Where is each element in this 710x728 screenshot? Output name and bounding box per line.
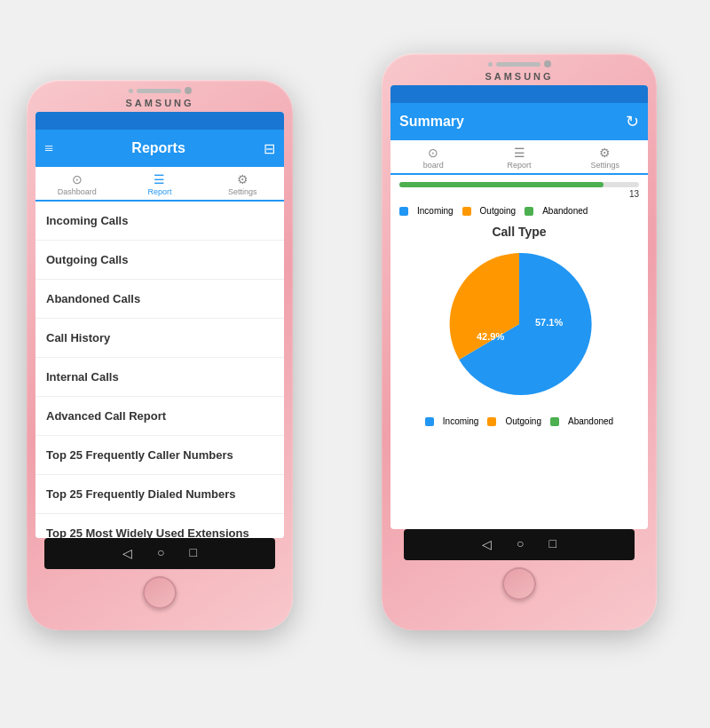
home-circle-2[interactable] xyxy=(502,567,536,600)
sensor-dot-2 xyxy=(488,62,493,67)
tab-dashboard-2[interactable]: ⊙ board xyxy=(390,140,477,175)
incoming-dot-b xyxy=(425,417,434,426)
abandoned-label: Abandoned xyxy=(542,206,588,216)
status-bar-2 xyxy=(390,85,648,103)
incoming-label-b: Incoming xyxy=(443,416,479,426)
phone-1: SAMSUNG ≡ Reports ⊟ ⊙ Dashboard ☰ Report xyxy=(27,80,293,630)
abandoned-dot xyxy=(525,207,533,216)
tab-dashboard-label-1: Dashboard xyxy=(58,187,97,196)
phone-2: SAMSUNG Summary ↻ ⊙ board ☰ Report xyxy=(382,53,657,630)
list-item[interactable]: Internal Calls xyxy=(36,358,284,397)
call-type-title: Call Type xyxy=(399,225,639,239)
list-item[interactable]: Call History xyxy=(36,319,284,358)
app-header-1: ≡ Reports ⊟ xyxy=(36,130,284,167)
tab-report-label-2: Report xyxy=(508,161,532,170)
scene: SAMSUNG ≡ Reports ⊟ ⊙ Dashboard ☰ Report xyxy=(0,0,710,728)
outgoing-label: Outgoing xyxy=(480,206,517,216)
tab-bar-1: ⊙ Dashboard ☰ Report ⚙ Settings xyxy=(36,167,284,202)
hamburger-icon[interactable]: ≡ xyxy=(44,139,53,158)
tab-dashboard-label-2: board xyxy=(423,161,444,170)
phone1-screen: ≡ Reports ⊟ ⊙ Dashboard ☰ Report ⚙ Setti… xyxy=(36,112,284,538)
tab-settings-label-2: Settings xyxy=(590,161,619,170)
list-item[interactable]: Top 25 Frequently Dialed Numbers xyxy=(36,475,284,514)
app-title-1: Reports xyxy=(131,140,185,156)
tab-settings-2[interactable]: ⚙ Settings xyxy=(562,140,648,175)
list-item[interactable]: Outgoing Calls xyxy=(36,241,284,280)
home-button-2[interactable]: ○ xyxy=(517,537,524,551)
list-item[interactable]: Top 25 Frequently Caller Numbers xyxy=(36,436,284,475)
summary-title: Summary xyxy=(399,114,464,130)
brand-1: SAMSUNG xyxy=(44,98,275,108)
status-bar-1 xyxy=(36,112,284,130)
back-button-1[interactable]: ◁ xyxy=(122,546,132,561)
home-circle-1[interactable] xyxy=(143,576,177,609)
outgoing-label-b: Outgoing xyxy=(505,416,541,426)
phone2-screen: Summary ↻ ⊙ board ☰ Report ⚙ Settings xyxy=(390,85,648,529)
home-button-1[interactable]: ○ xyxy=(157,546,164,560)
tab-dashboard-1[interactable]: ⊙ Dashboard xyxy=(36,167,118,202)
list-item[interactable]: Top 25 Most Widely Used Extensions xyxy=(36,514,284,538)
bottom-bar-2: ◁ ○ □ xyxy=(404,529,635,560)
nav-buttons-2: ◁ ○ □ xyxy=(482,537,556,552)
sensor-dot xyxy=(129,89,133,93)
dashboard-icon-2: ⊙ xyxy=(428,146,438,160)
report-list: Incoming Calls Outgoing Calls Abandoned … xyxy=(36,202,284,538)
progress-track xyxy=(399,182,639,187)
speaker xyxy=(137,89,181,93)
legend-bottom: Incoming Outgoing Abandoned xyxy=(390,413,648,431)
phone2-bottom: ◁ ○ □ xyxy=(382,529,657,600)
camera xyxy=(185,87,192,94)
outgoing-dot xyxy=(462,207,471,216)
speaker-2 xyxy=(496,62,540,67)
bottom-bar-1: ◁ ○ □ xyxy=(44,538,275,569)
abandoned-label-b: Abandoned xyxy=(568,416,613,426)
outgoing-dot-b xyxy=(487,417,496,426)
recents-button-1[interactable]: □ xyxy=(190,546,197,560)
tab-report-2[interactable]: ☰ Report xyxy=(477,140,563,175)
list-item[interactable]: Abandoned Calls xyxy=(36,280,284,319)
dashboard-tab-icon: ⊙ xyxy=(72,172,83,186)
camera-2 xyxy=(544,60,551,67)
back-button-2[interactable]: ◁ xyxy=(482,537,492,552)
settings-tab-icon: ⚙ xyxy=(237,172,248,186)
tab-report-label-1: Report xyxy=(147,187,171,196)
refresh-icon[interactable]: ↻ xyxy=(626,112,639,131)
filter-icon[interactable]: ⊟ xyxy=(264,140,275,157)
list-item[interactable]: Incoming Calls xyxy=(36,202,284,241)
report-icon-2: ☰ xyxy=(514,146,525,160)
progress-area: 13 xyxy=(390,175,648,202)
abandoned-dot-b xyxy=(550,417,559,426)
pie-chart: 57.1% 42.9% xyxy=(430,244,608,404)
brand-2: SAMSUNG xyxy=(399,71,639,82)
recents-button-2[interactable]: □ xyxy=(549,537,556,551)
tab-bar-2: ⊙ board ☰ Report ⚙ Settings xyxy=(390,140,648,175)
incoming-pct-label: 57.1% xyxy=(535,317,563,328)
tab-settings-1[interactable]: ⚙ Settings xyxy=(201,167,284,202)
incoming-dot xyxy=(399,207,408,216)
settings-icon-2: ⚙ xyxy=(599,146,611,160)
nav-buttons-1: ◁ ○ □ xyxy=(122,546,197,561)
tab-report-1[interactable]: ☰ Report xyxy=(118,167,201,202)
outgoing-pct-label: 42.9% xyxy=(477,331,504,342)
summary-header: Summary ↻ xyxy=(390,103,648,140)
incoming-label: Incoming xyxy=(417,206,454,216)
progress-fill xyxy=(399,182,604,187)
call-type-section: Call Type xyxy=(390,219,648,413)
list-item[interactable]: Advanced Call Report xyxy=(36,397,284,436)
progress-label: 13 xyxy=(399,189,639,199)
phone1-bottom: ◁ ○ □ xyxy=(27,538,293,609)
report-tab-icon: ☰ xyxy=(154,172,165,186)
tab-settings-label-1: Settings xyxy=(228,187,257,196)
pie-chart-container: 57.1% 42.9% xyxy=(399,244,639,404)
legend-top: Incoming Outgoing Abandoned xyxy=(390,202,648,219)
